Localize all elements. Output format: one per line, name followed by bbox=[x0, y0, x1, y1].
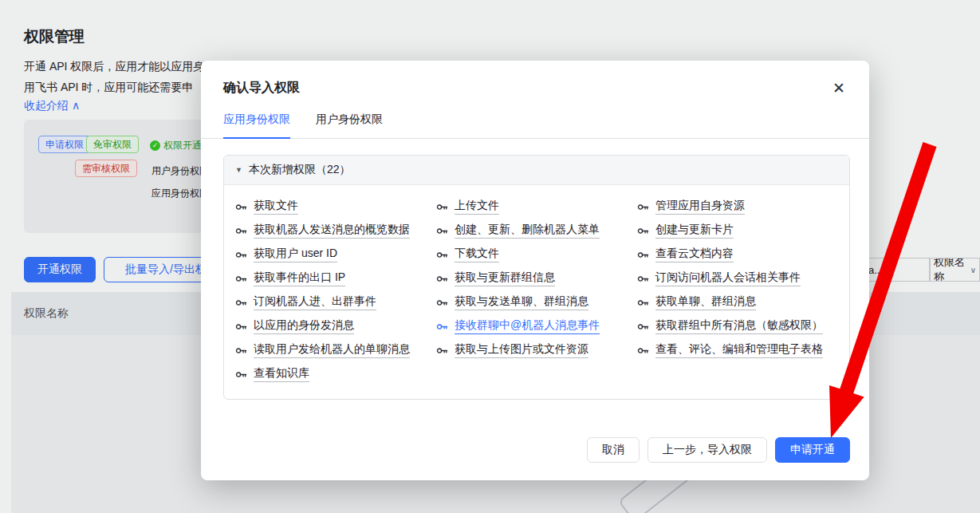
tab-user-identity[interactable]: 用户身份权限 bbox=[316, 112, 383, 138]
permission-item[interactable]: 订阅机器人进、出群事件 bbox=[235, 290, 436, 314]
key-icon bbox=[235, 369, 247, 381]
new-permissions-panel: ▼ 本次新增权限（22） 获取文件 获取机器人发送消息的概览数据 获取用户 us… bbox=[223, 155, 850, 400]
permission-item[interactable]: 创建与更新卡片 bbox=[637, 219, 838, 243]
permission-label: 获取文件 bbox=[254, 199, 298, 215]
permission-column-2: 上传文件 创建、更新、删除机器人菜单 下载文件 获取与更新群组信息 获取与发送单… bbox=[436, 195, 637, 386]
permission-column-1: 获取文件 获取机器人发送消息的概览数据 获取用户 user ID 获取事件的出口… bbox=[235, 195, 436, 386]
cancel-button[interactable]: 取消 bbox=[587, 437, 640, 463]
key-icon bbox=[235, 297, 247, 309]
key-icon bbox=[436, 225, 448, 237]
dialog-footer: 取消 上一步，导入权限 申请开通 bbox=[587, 437, 850, 463]
permission-item[interactable]: 获取单聊、群组消息 bbox=[637, 290, 838, 314]
permission-label: 订阅机器人进、出群事件 bbox=[254, 294, 376, 310]
permission-item[interactable]: 获取事件的出口 IP bbox=[235, 266, 436, 290]
key-icon bbox=[637, 273, 649, 285]
permission-item[interactable]: 读取用户发给机器人的单聊消息 bbox=[235, 338, 436, 362]
permission-label: 获取与上传图片或文件资源 bbox=[455, 342, 588, 358]
key-icon bbox=[235, 201, 247, 213]
permission-item[interactable]: 获取与更新群组信息 bbox=[436, 266, 637, 290]
permission-item[interactable]: 获取与发送单聊、群组消息 bbox=[436, 290, 637, 314]
close-icon[interactable]: ✕ bbox=[828, 77, 850, 99]
key-icon bbox=[235, 273, 247, 285]
key-icon bbox=[637, 345, 649, 357]
permission-item[interactable]: 查看云文档内容 bbox=[637, 243, 838, 266]
tab-app-identity[interactable]: 应用身份权限 bbox=[223, 112, 290, 139]
permission-grid: 获取文件 获取机器人发送消息的概览数据 获取用户 user ID 获取事件的出口… bbox=[224, 185, 849, 399]
permission-item[interactable]: 获取群组中所有消息（敏感权限） bbox=[637, 314, 838, 338]
key-icon bbox=[436, 321, 448, 333]
dialog-title: 确认导入权限 bbox=[201, 61, 869, 97]
key-icon bbox=[436, 297, 448, 309]
permission-label: 创建与更新卡片 bbox=[655, 223, 734, 239]
permission-label: 获取群组中所有消息（敏感权限） bbox=[655, 318, 823, 334]
permission-item[interactable]: 获取用户 user ID bbox=[235, 243, 436, 266]
key-icon bbox=[637, 321, 649, 333]
key-icon bbox=[235, 249, 247, 261]
key-icon bbox=[436, 201, 448, 213]
permission-label: 订阅访问机器人会话相关事件 bbox=[655, 270, 801, 286]
screen: 权限管理 开通 API 权限后，应用才能以应用身 用飞书 API 时，应用可能还… bbox=[0, 0, 980, 513]
permission-label: 创建、更新、删除机器人菜单 bbox=[455, 223, 600, 239]
permission-item[interactable]: 下载文件 bbox=[436, 243, 637, 266]
permission-item[interactable]: 获取机器人发送消息的概览数据 bbox=[235, 219, 436, 243]
permission-label: 获取事件的出口 IP bbox=[254, 270, 345, 286]
permission-label: 以应用的身份发消息 bbox=[254, 318, 354, 334]
permission-label: 下载文件 bbox=[455, 247, 499, 262]
key-icon bbox=[235, 321, 247, 333]
permission-label: 获取与更新群组信息 bbox=[455, 270, 555, 286]
back-import-button[interactable]: 上一步，导入权限 bbox=[647, 437, 767, 463]
permission-item[interactable]: 查看知识库 bbox=[235, 362, 436, 386]
confirm-import-permissions-dialog: 确认导入权限 ✕ 应用身份权限 用户身份权限 ▼ 本次新增权限（22） 获取文件… bbox=[201, 61, 869, 480]
permission-item-highlighted[interactable]: 接收群聊中@机器人消息事件 bbox=[436, 314, 637, 338]
permission-item[interactable]: 管理应用自身资源 bbox=[637, 195, 838, 219]
permission-label: 查看知识库 bbox=[254, 366, 309, 382]
new-permissions-header[interactable]: ▼ 本次新增权限（22） bbox=[224, 156, 849, 185]
permission-item[interactable]: 以应用的身份发消息 bbox=[235, 314, 436, 338]
permission-label: 接收群聊中@机器人消息事件 bbox=[455, 318, 600, 334]
key-icon bbox=[436, 249, 448, 261]
key-icon bbox=[637, 249, 649, 261]
apply-open-button[interactable]: 申请开通 bbox=[775, 437, 850, 463]
permission-label: 获取单聊、群组消息 bbox=[655, 294, 756, 310]
permission-label: 获取与发送单聊、群组消息 bbox=[455, 294, 588, 310]
permission-item[interactable]: 查看、评论、编辑和管理电子表格 bbox=[637, 338, 838, 362]
permission-label: 查看、评论、编辑和管理电子表格 bbox=[655, 342, 823, 358]
new-permissions-count-label: 本次新增权限（22） bbox=[249, 163, 351, 177]
permission-item[interactable]: 订阅访问机器人会话相关事件 bbox=[637, 266, 838, 290]
permission-label: 查看云文档内容 bbox=[655, 247, 734, 262]
key-icon bbox=[637, 297, 649, 309]
key-icon bbox=[637, 201, 649, 213]
permission-label: 获取机器人发送消息的概览数据 bbox=[254, 223, 410, 239]
key-icon bbox=[436, 345, 448, 357]
key-icon bbox=[235, 345, 247, 357]
key-icon bbox=[436, 273, 448, 285]
permission-item[interactable]: 获取与上传图片或文件资源 bbox=[436, 338, 637, 362]
permission-item[interactable]: 上传文件 bbox=[436, 195, 637, 219]
identity-tabs: 应用身份权限 用户身份权限 bbox=[201, 112, 869, 139]
permission-item[interactable]: 创建、更新、删除机器人菜单 bbox=[436, 219, 637, 243]
permission-label: 管理应用自身资源 bbox=[655, 199, 745, 215]
permission-label: 上传文件 bbox=[455, 199, 499, 215]
permission-label: 获取用户 user ID bbox=[254, 247, 337, 262]
permission-item[interactable]: 获取文件 bbox=[235, 195, 436, 219]
permission-column-3: 管理应用自身资源 创建与更新卡片 查看云文档内容 订阅访问机器人会话相关事件 获… bbox=[637, 195, 838, 386]
permission-label: 读取用户发给机器人的单聊消息 bbox=[254, 342, 410, 358]
caret-down-icon: ▼ bbox=[235, 166, 242, 174]
key-icon bbox=[637, 225, 649, 237]
key-icon bbox=[235, 225, 247, 237]
